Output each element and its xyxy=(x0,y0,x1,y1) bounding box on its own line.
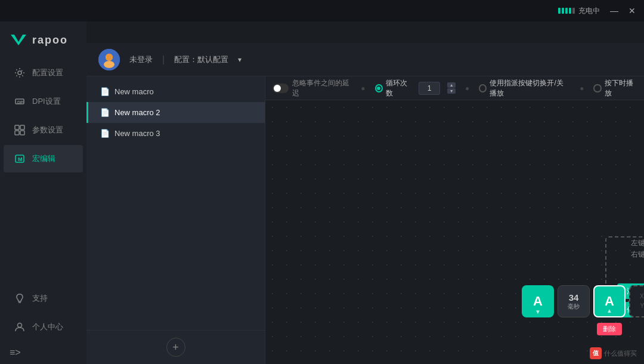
loop-count-radio[interactable]: 循环次数 xyxy=(375,78,412,98)
macro-editor-panel: 忽略事件之间的延迟 ● 循环次数 ▲ ▼ ● 使用指派按键切换开/关播放 xyxy=(265,76,644,364)
hint-line2: 右键点击编辑 xyxy=(631,250,645,258)
watermark: 值 什么值得买 xyxy=(590,347,637,359)
node-coord1-y: Y: 0 xyxy=(640,301,644,311)
dpi-label: DPI设置 xyxy=(32,96,61,107)
close-button[interactable]: ✕ xyxy=(627,6,637,16)
delegate-label: 使用指派按键切换开/关播放 xyxy=(490,78,570,98)
macro-list: 📄 New macro 📄 New macro 2 📄 New macro 3 xyxy=(86,76,265,330)
macro-node-area: A ▼ 34 毫秒 A ▲ 删除 xyxy=(522,285,644,317)
loop-count-radio-dot xyxy=(375,84,383,92)
macro-item-1[interactable]: 📄 New macro xyxy=(86,81,265,102)
sidebar: rapoo 配置设置 DPI DPI设置 参数设置 M 宏编辑 xyxy=(0,21,86,364)
sidebar-item-params[interactable]: 参数设置 xyxy=(4,116,83,144)
loop-count-down[interactable]: ▼ xyxy=(447,88,456,94)
battery-info: 充电中 xyxy=(558,6,600,16)
battery-icon xyxy=(558,8,575,14)
loop-count-input[interactable] xyxy=(419,82,440,95)
watermark-icon: 值 xyxy=(590,347,602,359)
macro-node-a2-container: A ▲ 删除 xyxy=(593,285,626,317)
svg-marker-0 xyxy=(11,35,26,45)
macro-node-delay[interactable]: 34 毫秒 xyxy=(558,285,590,317)
hold-radio[interactable]: 按下时播放 xyxy=(593,78,637,98)
node-a2-arrow: ▲ xyxy=(606,307,612,314)
macro-node-a1[interactable]: A ▼ xyxy=(522,285,554,317)
sidebar-item-dpi[interactable]: DPI DPI设置 xyxy=(4,88,83,115)
app-container: rapoo 配置设置 DPI DPI设置 参数设置 M 宏编辑 xyxy=(0,21,644,364)
svg-point-14 xyxy=(106,54,113,61)
editor-canvas: 左键点击选中 右键点击编辑 按键 添加 延迟 修改 坐标 xyxy=(265,100,644,364)
sidebar-item-config[interactable]: 配置设置 xyxy=(4,59,83,87)
hint-line1: 左键点击选中 xyxy=(631,239,645,247)
title-bar-controls: — ✕ xyxy=(609,6,637,16)
support-icon xyxy=(13,292,26,305)
svg-point-13 xyxy=(104,61,114,68)
loop-count-label: 循环次数 xyxy=(386,78,411,98)
macro-list-footer: + xyxy=(86,330,265,364)
logo-text: rapoo xyxy=(32,34,68,47)
macro-icon: M xyxy=(13,152,26,165)
params-icon xyxy=(13,124,26,137)
svg-text:M: M xyxy=(18,156,23,162)
config-label: 配置设置 xyxy=(32,67,63,78)
hold-radio-dot xyxy=(593,84,601,92)
node-a1-letter: A xyxy=(533,295,543,308)
title-bar: 充电中 — ✕ xyxy=(0,0,644,21)
macro-item-2-icon: 📄 xyxy=(100,108,110,117)
macro-item-3[interactable]: 📄 New macro 3 xyxy=(86,123,265,144)
minimize-button[interactable]: — xyxy=(609,6,619,16)
macro-item-2[interactable]: 📄 New macro 2 xyxy=(86,102,265,123)
delegate-radio[interactable]: 使用指派按键切换开/关播放 xyxy=(479,78,570,98)
user-login-label[interactable]: 未登录 xyxy=(129,54,153,65)
profile-label: 个人中心 xyxy=(32,322,63,332)
watermark-text: 什么值得买 xyxy=(604,349,637,358)
macro-item-3-label: New macro 3 xyxy=(114,129,160,138)
logo-area: rapoo xyxy=(0,26,86,58)
macro-item-3-icon: 📄 xyxy=(100,129,110,138)
sidebar-item-macro[interactable]: M 宏编辑 xyxy=(4,145,83,172)
hold-label: 按下时播放 xyxy=(605,78,637,98)
delete-node-button[interactable]: 删除 xyxy=(597,323,622,335)
config-section-label: 配置：默认配置 xyxy=(174,54,228,65)
config-icon xyxy=(13,66,26,79)
ignore-delay-label: 忽略事件之间的延迟 xyxy=(292,78,351,98)
macro-item-2-label: New macro 2 xyxy=(114,108,160,117)
params-label: 参数设置 xyxy=(32,125,63,135)
support-label: 支持 xyxy=(32,293,48,304)
loop-count-spinners: ▲ ▼ xyxy=(447,82,456,94)
svg-rect-4 xyxy=(15,125,19,129)
svg-text:DPI: DPI xyxy=(17,100,24,104)
loop-count-up[interactable]: ▲ xyxy=(447,82,456,88)
config-dropdown-icon[interactable]: ▾ xyxy=(238,55,242,64)
toolbar-sep-3: ● xyxy=(580,84,584,92)
node-a1-arrow: ▼ xyxy=(535,309,541,315)
macro-node-coord1[interactable]: X: 0 Y: 0 xyxy=(629,285,644,317)
context-hint: 左键点击选中 右键点击编辑 xyxy=(617,237,644,260)
header-divider: | xyxy=(162,54,165,65)
sidebar-expand-btn[interactable]: ≡> xyxy=(0,341,86,364)
macro-list-panel: 📄 New macro 📄 New macro 2 📄 New macro 3 … xyxy=(86,76,265,364)
svg-rect-6 xyxy=(15,131,19,135)
svg-rect-7 xyxy=(20,131,24,135)
ignore-delay-toggle-group: 忽略事件之间的延迟 xyxy=(273,78,351,98)
ignore-delay-toggle[interactable] xyxy=(273,84,289,93)
macro-node-a2[interactable]: A ▲ xyxy=(593,285,626,317)
node-a2-letter: A xyxy=(605,295,614,308)
macro-item-1-label: New macro xyxy=(114,87,154,96)
sidebar-item-profile[interactable]: 个人中心 xyxy=(4,313,83,341)
v-logo xyxy=(10,31,27,49)
macro-label: 宏编辑 xyxy=(32,153,55,164)
node-coord1-x: X: 0 xyxy=(640,292,644,301)
add-macro-button[interactable]: + xyxy=(166,338,185,357)
node-delay-value: 34 xyxy=(569,292,579,303)
user-avatar xyxy=(98,49,120,70)
content-area: 📄 New macro 📄 New macro 2 📄 New macro 3 … xyxy=(86,76,644,364)
toolbar-sep-2: ● xyxy=(465,84,469,92)
node-delay-sub: 毫秒 xyxy=(568,303,580,311)
svg-point-1 xyxy=(18,71,21,75)
profile-icon xyxy=(13,320,26,334)
macro-item-1-icon: 📄 xyxy=(100,87,110,96)
sidebar-item-support[interactable]: 支持 xyxy=(4,285,83,312)
toolbar-sep-1: ● xyxy=(361,84,365,92)
toggle-knob xyxy=(274,85,281,92)
svg-rect-5 xyxy=(20,125,24,129)
